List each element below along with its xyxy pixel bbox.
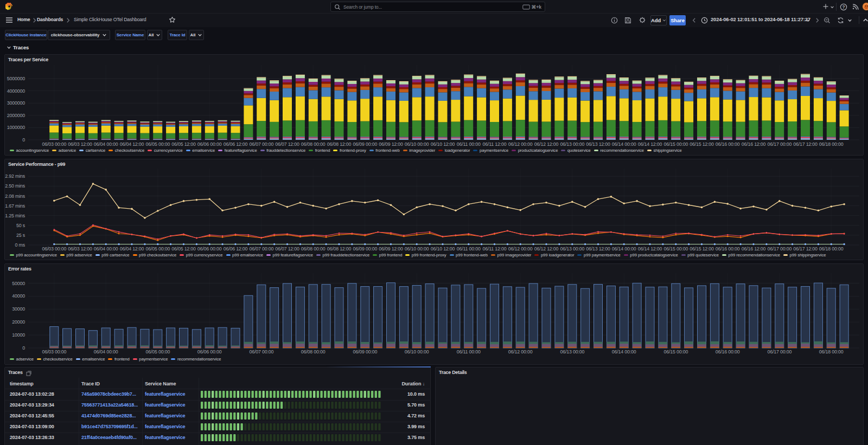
svg-text:06/15 12:00: 06/15 12:00 [690,141,714,147]
svg-text:1000000: 1000000 [7,125,25,130]
svg-text:0 ms: 0 ms [15,242,25,248]
svg-text:06/06 12:00: 06/06 12:00 [224,141,248,147]
svg-text:06/18 00:00: 06/18 00:00 [819,246,844,251]
svg-text:06/14 00:00: 06/14 00:00 [612,349,636,354]
svg-text:06/10 12:00: 06/10 12:00 [431,141,455,147]
svg-text:06/14 00:00: 06/14 00:00 [612,246,636,251]
svg-text:06/09 12:00: 06/09 12:00 [379,246,403,251]
svg-text:06/07 00:00: 06/07 00:00 [249,349,273,354]
svg-text:06/04 00:00: 06/04 00:00 [94,349,118,354]
svg-text:06/10 00:00: 06/10 00:00 [405,141,429,147]
svg-text:06/14 12:00: 06/14 12:00 [638,246,662,251]
svg-text:2.50 mins: 2.50 mins [5,183,25,189]
svg-text:06/09 00:00: 06/09 00:00 [353,349,377,354]
svg-text:06/17 12:00: 06/17 12:00 [793,246,818,251]
svg-text:06/15 00:00: 06/15 00:00 [663,349,688,354]
svg-text:06/10 12:00: 06/10 12:00 [431,246,455,251]
svg-text:06/13 12:00: 06/13 12:00 [586,246,610,251]
svg-text:06/08 00:00: 06/08 00:00 [301,246,326,251]
svg-text:06/03 00:00: 06/03 00:00 [42,246,66,251]
svg-text:4000000: 4000000 [7,88,25,94]
svg-text:06/11 00:00: 06/11 00:00 [457,349,481,354]
svg-text:06/17 12:00: 06/17 12:00 [793,141,818,147]
svg-text:10000: 10000 [12,332,25,338]
svg-text:06/13 00:00: 06/13 00:00 [560,141,584,147]
svg-text:06/06 00:00: 06/06 00:00 [197,349,222,354]
svg-text:06/11 00:00: 06/11 00:00 [457,141,481,147]
svg-text:06/17 00:00: 06/17 00:00 [767,246,792,251]
svg-text:06/12 00:00: 06/12 00:00 [508,246,533,251]
svg-text:2.92 mins: 2.92 mins [5,173,25,179]
svg-text:06/15 00:00: 06/15 00:00 [663,246,688,251]
svg-text:?: ? [842,4,845,10]
svg-text:06/16 00:00: 06/16 00:00 [716,141,740,147]
svg-text:1.25 mins: 1.25 mins [5,213,25,218]
svg-text:1.67 mins: 1.67 mins [5,203,25,209]
svg-text:06/03 12:00: 06/03 12:00 [68,141,92,147]
svg-text:06/08 00:00: 06/08 00:00 [301,141,326,147]
svg-text:3000000: 3000000 [7,100,25,106]
svg-text:06/12 00:00: 06/12 00:00 [508,141,533,147]
svg-text:06/14 00:00: 06/14 00:00 [612,141,636,147]
svg-text:06/08 00:00: 06/08 00:00 [301,349,326,354]
svg-text:0: 0 [22,137,25,143]
svg-text:06/15 00:00: 06/15 00:00 [663,141,688,147]
svg-text:06/10 00:00: 06/10 00:00 [405,246,429,251]
svg-text:06/18 00:00: 06/18 00:00 [819,349,844,354]
svg-text:06/06 00:00: 06/06 00:00 [197,141,222,147]
svg-text:06/06 12:00: 06/06 12:00 [224,246,248,251]
svg-text:25 s: 25 s [16,233,25,238]
svg-text:06/11 12:00: 06/11 12:00 [482,141,506,147]
svg-text:06/11 12:00: 06/11 12:00 [482,246,506,251]
svg-text:06/08 12:00: 06/08 12:00 [327,246,352,251]
svg-text:06/04 12:00: 06/04 12:00 [120,246,144,251]
svg-text:06/16 00:00: 06/16 00:00 [716,349,740,354]
svg-text:06/03 00:00: 06/03 00:00 [42,349,66,354]
svg-text:06/12 12:00: 06/12 12:00 [534,141,559,147]
svg-text:06/16 12:00: 06/16 12:00 [742,246,766,251]
svg-text:06/03 00:00: 06/03 00:00 [42,141,66,147]
svg-text:06/09 12:00: 06/09 12:00 [379,141,403,147]
svg-text:06/11 00:00: 06/11 00:00 [457,246,481,251]
svg-text:06/07 00:00: 06/07 00:00 [249,246,273,251]
svg-text:50000: 50000 [12,281,25,286]
svg-text:06/12 00:00: 06/12 00:00 [508,349,533,354]
svg-text:06/05 00:00: 06/05 00:00 [145,141,170,147]
svg-text:5000000: 5000000 [7,76,25,81]
svg-text:06/17 00:00: 06/17 00:00 [767,349,792,354]
svg-text:06/05 12:00: 06/05 12:00 [171,246,196,251]
svg-text:06/09 00:00: 06/09 00:00 [353,141,377,147]
svg-text:06/17 00:00: 06/17 00:00 [767,141,792,147]
svg-text:06/10 00:00: 06/10 00:00 [405,349,429,354]
svg-text:06/04 00:00: 06/04 00:00 [94,141,118,147]
svg-text:06/13 00:00: 06/13 00:00 [560,246,584,251]
svg-text:06/12 12:00: 06/12 12:00 [534,246,559,251]
svg-text:06/03 12:00: 06/03 12:00 [68,246,92,251]
svg-text:06/16 12:00: 06/16 12:00 [742,141,766,147]
svg-text:06/08 12:00: 06/08 12:00 [327,141,352,147]
svg-text:0: 0 [22,345,25,351]
svg-text:06/06 00:00: 06/06 00:00 [197,246,222,251]
svg-text:2.08 mins: 2.08 mins [5,194,25,199]
svg-text:40000: 40000 [12,293,25,299]
svg-text:06/04 00:00: 06/04 00:00 [94,246,118,251]
svg-text:06/15 12:00: 06/15 12:00 [690,246,714,251]
svg-text:06/14 12:00: 06/14 12:00 [638,141,662,147]
svg-text:30000: 30000 [12,306,25,312]
svg-text:06/07 00:00: 06/07 00:00 [249,141,273,147]
svg-text:06/18 00:00: 06/18 00:00 [819,141,844,147]
svg-text:06/13 12:00: 06/13 12:00 [586,141,610,147]
svg-text:50 s: 50 s [16,223,25,228]
svg-text:2000000: 2000000 [7,113,25,118]
svg-text:06/16 00:00: 06/16 00:00 [716,246,740,251]
svg-text:06/05 00:00: 06/05 00:00 [145,246,170,251]
svg-text:06/04 12:00: 06/04 12:00 [120,141,144,147]
svg-text:06/07 12:00: 06/07 12:00 [275,246,299,251]
svg-text:06/05 12:00: 06/05 12:00 [171,141,196,147]
svg-text:20000: 20000 [12,319,25,325]
svg-text:06/09 00:00: 06/09 00:00 [353,246,377,251]
svg-text:06/07 12:00: 06/07 12:00 [275,141,299,147]
svg-text:06/13 00:00: 06/13 00:00 [560,349,584,354]
svg-text:06/05 00:00: 06/05 00:00 [145,349,170,354]
